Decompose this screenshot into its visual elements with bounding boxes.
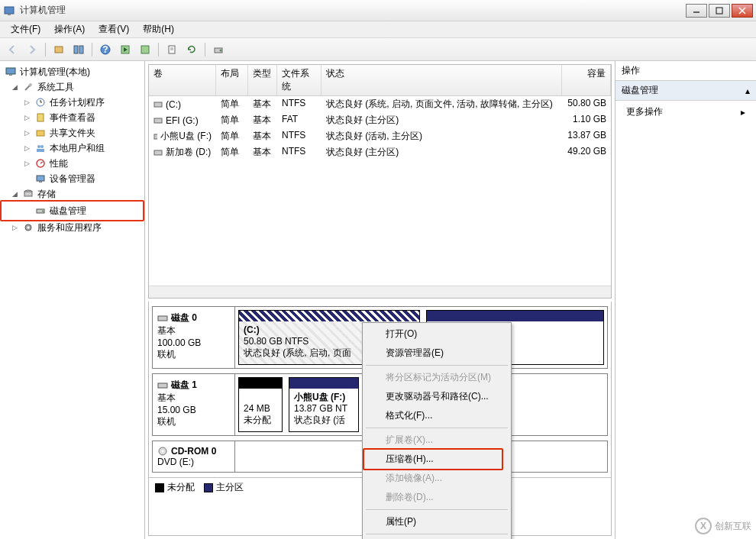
svg-point-46 <box>162 450 164 453</box>
expand-icon[interactable]: ▷ <box>23 98 31 107</box>
svg-rect-19 <box>9 74 12 76</box>
table-row[interactable]: 新加卷 (D:)简单基本NTFS状态良好 (主分区)49.20 GB <box>149 144 611 160</box>
forward-button <box>23 40 41 59</box>
svg-rect-32 <box>39 181 42 182</box>
toolbar-icon-3[interactable] <box>116 40 134 59</box>
app-icon <box>3 5 15 17</box>
tree-label: 服务和应用程序 <box>37 221 102 234</box>
col-status[interactable]: 状态 <box>321 65 562 95</box>
services-icon <box>22 221 34 234</box>
menu-view[interactable]: 查看(V) <box>92 21 135 37</box>
svg-rect-42 <box>154 150 162 155</box>
ctx-mark-active: 将分区标记为活动分区(M) <box>364 368 509 387</box>
expand-icon[interactable]: ▷ <box>11 224 19 232</box>
tree-task-scheduler[interactable]: ▷ 任务计划程序 <box>2 95 143 110</box>
tree-root[interactable]: 计算机管理(本地) <box>2 64 143 79</box>
chevron-right-icon: ▸ <box>741 107 745 118</box>
storage-icon <box>22 188 34 200</box>
toolbar-icon-6[interactable] <box>209 40 228 59</box>
disk-1-info[interactable]: 磁盘 1 基本 15.00 GB 联机 <box>153 374 235 435</box>
expand-icon[interactable]: ▷ <box>23 144 31 153</box>
toolbar-icon-5[interactable] <box>163 40 181 59</box>
svg-rect-31 <box>37 176 44 181</box>
partition-unallocated[interactable]: 24 MB 未分配 <box>238 377 283 432</box>
ctx-change-letter[interactable]: 更改驱动器号和路径(C)... <box>364 387 509 406</box>
collapse-icon[interactable]: ◢ <box>11 190 19 198</box>
close-button[interactable] <box>732 4 753 18</box>
horizontal-scrollbar[interactable] <box>149 286 611 298</box>
tree-local-users[interactable]: ▷ 本地用户和组 <box>2 140 143 156</box>
collapse-icon[interactable]: ◢ <box>11 83 19 92</box>
expand-icon[interactable]: ▷ <box>23 129 31 137</box>
col-type[interactable]: 类型 <box>248 65 277 95</box>
svg-rect-18 <box>6 68 15 74</box>
col-capacity[interactable]: 容量 <box>562 65 611 95</box>
table-row[interactable]: (C:)简单基本NTFS状态良好 (系统, 启动, 页面文件, 活动, 故障转储… <box>149 96 611 112</box>
toolbar-icon-2[interactable] <box>69 40 88 59</box>
tree-services-apps[interactable]: ▷ 服务和应用程序 <box>2 220 143 235</box>
svg-rect-34 <box>24 192 32 196</box>
expand-icon[interactable]: ▷ <box>23 160 31 168</box>
tree-device-manager[interactable]: ▷ 设备管理器 <box>2 171 143 186</box>
svg-point-27 <box>40 145 44 148</box>
cdrom-info[interactable]: CD-ROM 0 DVD (E:) <box>153 441 235 472</box>
ctx-properties[interactable]: 属性(P) <box>364 512 509 531</box>
watermark: X 创新互联 <box>695 518 751 534</box>
tree-system-tools[interactable]: ◢ 系统工具 <box>2 79 143 95</box>
refresh-icon[interactable] <box>183 40 201 59</box>
menu-action[interactable]: 操作(A) <box>48 21 91 37</box>
tree-event-viewer[interactable]: ▷ 事件查看器 <box>2 110 143 125</box>
col-volume[interactable]: 卷 <box>149 65 216 95</box>
cdrom-icon <box>157 447 168 456</box>
disk-icon <box>157 314 168 323</box>
ctx-add-mirror: 添加镜像(A)... <box>364 469 509 488</box>
toolbar: ? <box>0 38 756 61</box>
help-icon[interactable]: ? <box>96 40 115 59</box>
disk-0-info[interactable]: 磁盘 0 基本 100.00 GB 联机 <box>153 307 235 368</box>
svg-rect-0 <box>5 7 14 14</box>
menu-file[interactable]: 文件(F) <box>5 21 47 37</box>
svg-rect-24 <box>37 114 44 121</box>
tree-disk-management[interactable]: ▷ 磁盘管理 <box>2 203 143 218</box>
minimize-button[interactable] <box>686 4 707 18</box>
actions-more[interactable]: 更多操作 ▸ <box>615 101 756 123</box>
toolbar-icon-1[interactable] <box>50 40 68 59</box>
tree-storage[interactable]: ◢ 存储 <box>2 186 143 202</box>
expand-icon[interactable]: ▷ <box>23 114 31 122</box>
tree-performance[interactable]: ▷ 性能 <box>2 156 143 171</box>
svg-point-36 <box>42 211 44 212</box>
actions-section[interactable]: 磁盘管理 ▴ <box>615 81 756 101</box>
col-fs[interactable]: 文件系统 <box>277 65 321 95</box>
partition-bar <box>239 378 282 389</box>
table-row[interactable]: EFI (G:)简单基本FAT状态良好 (主分区)1.10 GB <box>149 112 611 128</box>
performance-icon <box>34 157 47 169</box>
maximize-button[interactable] <box>709 4 730 18</box>
col-layout[interactable]: 布局 <box>216 65 248 95</box>
ctx-open[interactable]: 打开(O) <box>364 324 509 344</box>
svg-line-30 <box>40 162 43 163</box>
ctx-format[interactable]: 格式化(F)... <box>364 406 509 425</box>
partition-f[interactable]: 小熊U盘 (F:) 13.87 GB NT 状态良好 (活 <box>289 377 359 432</box>
titlebar: 计算机管理 <box>0 0 756 21</box>
clock-icon <box>34 96 47 108</box>
volume-table: 卷 布局 类型 文件系统 状态 容量 (C:)简单基本NTFS状态良好 (系统,… <box>148 64 612 299</box>
toolbar-icon-4[interactable] <box>136 40 154 59</box>
collapse-icon: ▴ <box>745 86 750 96</box>
ctx-explorer[interactable]: 资源管理器(E) <box>364 344 509 363</box>
svg-rect-8 <box>79 46 83 53</box>
back-button <box>3 40 21 59</box>
ctx-delete: 删除卷(D)... <box>364 488 509 507</box>
tree-shared-folders[interactable]: ▷ 共享文件夹 <box>2 125 143 140</box>
tree-pane: 计算机管理(本地) ◢ 系统工具 ▷ 任务计划程序 ▷ 事件查看器 ▷ 共享文件… <box>0 61 145 539</box>
table-row[interactable]: 小熊U盘 (F:)简单基本NTFS状态良好 (活动, 主分区)13.87 GB <box>149 128 611 144</box>
actions-header: 操作 <box>615 61 756 81</box>
tools-icon <box>22 81 34 93</box>
tree-label: 系统工具 <box>37 80 74 94</box>
tree-label: 性能 <box>50 157 68 170</box>
svg-rect-6 <box>55 47 63 53</box>
ctx-shrink[interactable]: 压缩卷(H)... <box>364 450 502 469</box>
menu-help[interactable]: 帮助(H) <box>137 21 180 37</box>
tree-label: 本地用户和组 <box>50 141 105 155</box>
svg-rect-44 <box>158 383 167 388</box>
context-menu: 打开(O) 资源管理器(E) 将分区标记为活动分区(M) 更改驱动器号和路径(C… <box>362 322 512 539</box>
